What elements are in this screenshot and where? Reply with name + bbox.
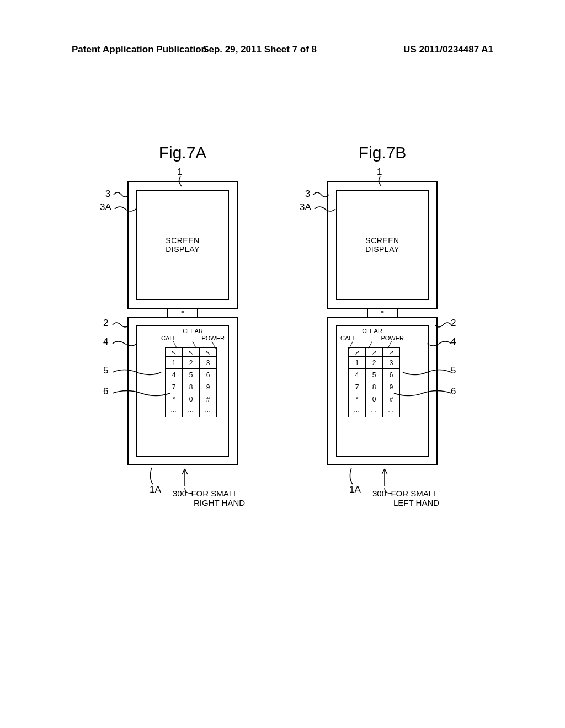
- ref-3: 3: [105, 189, 110, 200]
- lead-diag-icon: ╱: [388, 342, 392, 347]
- key-6[interactable]: 6: [200, 369, 217, 381]
- key-extra[interactable]: ···: [349, 405, 366, 417]
- key-8[interactable]: 8: [183, 381, 200, 393]
- hinge-7a: [167, 309, 198, 318]
- key-star[interactable]: *: [166, 393, 183, 405]
- header-pub-number: US 2011/0234487 A1: [403, 44, 493, 55]
- lead-lines-7b: ╱ ╱ ╱: [345, 342, 396, 347]
- phone-7b: 1 3 3A SCREEN DISPLAY 2 4 5 6: [302, 181, 463, 465]
- caption-text-2: RIGHT HAND: [194, 498, 245, 507]
- keypad-table-7b: ↗ ↗ ↗ 1 2 3 4 5: [348, 347, 400, 417]
- screen-text-2: DISPLAY: [365, 245, 399, 254]
- key-7[interactable]: 7: [166, 381, 183, 393]
- key-5[interactable]: 5: [366, 369, 383, 381]
- ref-3a: 3A: [300, 202, 311, 213]
- label-call: CALL: [161, 335, 177, 341]
- key-star[interactable]: *: [349, 393, 366, 405]
- key-0[interactable]: 0: [366, 393, 383, 405]
- lead-diag-icon: ╱: [349, 342, 353, 347]
- ref-1a: 1A: [150, 484, 161, 495]
- func-key[interactable]: ↗: [349, 348, 366, 357]
- touchpanel-7a: CALL CLEAR POWER ╲ ╲ ╲ ↖ ↖: [136, 325, 229, 457]
- key-hash[interactable]: #: [200, 393, 217, 405]
- ref-5: 5: [103, 365, 108, 376]
- key-extra[interactable]: ···: [166, 405, 183, 417]
- hinge-7b: [367, 309, 398, 318]
- ref-2: 2: [103, 318, 108, 329]
- header-publication: Patent Application Publication: [72, 44, 207, 55]
- key-5[interactable]: 5: [183, 369, 200, 381]
- touchpanel-7b: CALL CLEAR POWER ╱ ╱ ╱ ↗ ↗: [336, 325, 429, 457]
- caption-7b: 300 FOR SMALL LEFT HAND: [372, 489, 439, 507]
- caption-ref-300: 300: [372, 489, 386, 498]
- ref-3a: 3A: [100, 202, 111, 213]
- lead-diag-icon: ╲: [193, 342, 196, 347]
- lead-diag-icon: ╱: [369, 342, 372, 347]
- lead-diag-icon: ╲: [212, 342, 216, 347]
- lower-body-7b: CALL CLEAR POWER ╱ ╱ ╱ ↗ ↗: [327, 317, 438, 465]
- phone-7a: 1 3 3A SCREEN DISPLAY 2 4 5: [102, 181, 263, 465]
- page-header: Patent Application Publication Sep. 29, …: [0, 44, 565, 55]
- caption-arrow-icon: [379, 468, 390, 488]
- func-labels-7b: CALL CLEAR POWER: [340, 329, 404, 341]
- lead-lines-7a: ╲ ╲ ╲: [169, 342, 220, 347]
- key-1[interactable]: 1: [349, 357, 366, 369]
- key-4[interactable]: 4: [349, 369, 366, 381]
- key-8[interactable]: 8: [366, 381, 383, 393]
- key-1[interactable]: 1: [166, 357, 183, 369]
- func-key[interactable]: ↖: [166, 348, 183, 357]
- key-9[interactable]: 9: [200, 381, 217, 393]
- key-extra[interactable]: ···: [200, 405, 217, 417]
- figures-row: Fig.7A 1 3 3A SCREEN DISPLAY 2 4: [0, 143, 565, 465]
- key-3[interactable]: 3: [383, 357, 400, 369]
- key-4[interactable]: 4: [166, 369, 183, 381]
- figure-7b: Fig.7B 1 3 3A SCREEN DISPLAY 2 4 5 6: [302, 143, 463, 465]
- key-0[interactable]: 0: [183, 393, 200, 405]
- func-labels-7a: CALL CLEAR POWER: [161, 329, 225, 341]
- func-key[interactable]: ↖: [200, 348, 217, 357]
- upper-body-7b: SCREEN DISPLAY: [327, 181, 438, 309]
- keypad-table-7a: ↖ ↖ ↖ 1 2 3 4 5: [165, 347, 217, 417]
- key-7[interactable]: 7: [349, 381, 366, 393]
- label-clear: CLEAR: [362, 328, 382, 334]
- caption-7a: 300 FOR SMALL RIGHT HAND: [173, 489, 245, 507]
- label-call: CALL: [340, 335, 356, 341]
- func-key[interactable]: ↖: [183, 348, 200, 357]
- key-2[interactable]: 2: [183, 357, 200, 369]
- label-power: POWER: [201, 335, 225, 341]
- screen-text-1: SCREEN: [365, 236, 399, 245]
- label-clear: CLEAR: [183, 328, 203, 334]
- key-extra[interactable]: ···: [183, 405, 200, 417]
- screen-display-7a: SCREEN DISPLAY: [136, 190, 229, 300]
- caption-line1: 300 FOR SMALL: [372, 489, 438, 498]
- key-extra[interactable]: ···: [383, 405, 400, 417]
- func-key[interactable]: ↗: [366, 348, 383, 357]
- ref-1a: 1A: [349, 484, 361, 495]
- screen-display-7b: SCREEN DISPLAY: [336, 190, 429, 300]
- caption-text-2: LEFT HAND: [393, 498, 439, 507]
- caption-ref-300: 300: [173, 489, 186, 498]
- key-6[interactable]: 6: [383, 369, 400, 381]
- upper-body-7a: SCREEN DISPLAY: [127, 181, 238, 309]
- key-2[interactable]: 2: [366, 357, 383, 369]
- figure-7a: Fig.7A 1 3 3A SCREEN DISPLAY 2 4: [102, 143, 263, 465]
- lead-1a-icon: [145, 467, 158, 485]
- lead-1a-icon: [345, 467, 358, 485]
- ref-3: 3: [305, 189, 310, 200]
- figure-7b-title: Fig.7B: [359, 143, 407, 162]
- keypad-7b: ↗ ↗ ↗ 1 2 3 4 5: [348, 347, 400, 417]
- label-power: POWER: [381, 335, 404, 341]
- func-key[interactable]: ↗: [383, 348, 400, 357]
- key-3[interactable]: 3: [200, 357, 217, 369]
- screen-text-1: SCREEN: [166, 236, 199, 245]
- keypad-7a: ↖ ↖ ↖ 1 2 3 4 5: [165, 347, 217, 417]
- caption-text-1: FOR SMALL: [391, 489, 438, 498]
- screen-text-2: DISPLAY: [166, 245, 200, 254]
- ref-4: 4: [103, 336, 108, 347]
- key-hash[interactable]: #: [383, 393, 400, 405]
- header-date-sheet: Sep. 29, 2011 Sheet 7 of 8: [202, 44, 317, 55]
- key-9[interactable]: 9: [383, 381, 400, 393]
- ref-6: 6: [103, 386, 108, 397]
- caption-line1: 300 FOR SMALL: [173, 489, 238, 498]
- key-extra[interactable]: ···: [366, 405, 383, 417]
